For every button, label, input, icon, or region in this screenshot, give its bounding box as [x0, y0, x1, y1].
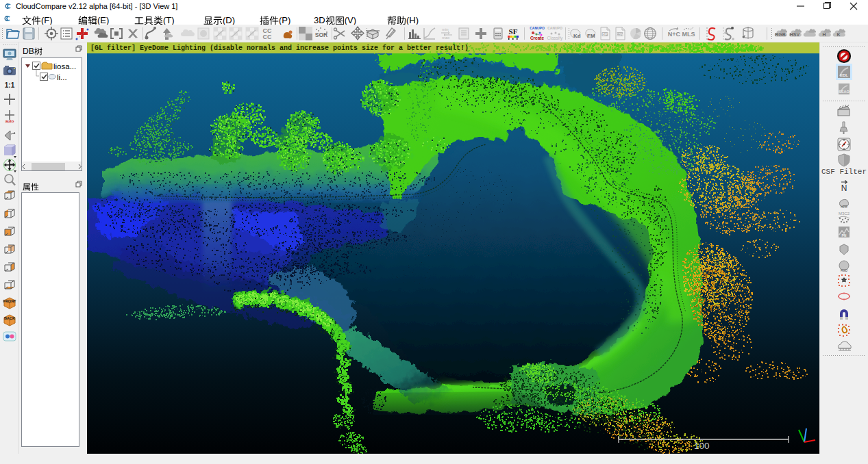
- svg-text:M3C2: M3C2: [839, 211, 850, 216]
- svg-text:N: N: [841, 183, 847, 193]
- svg-text:SSAO: SSAO: [839, 90, 850, 94]
- svg-text:HPR: HPR: [841, 205, 847, 209]
- svg-text:li...: li...: [57, 73, 67, 81]
- svg-text:1:1: 1:1: [5, 81, 15, 89]
- svg-text:liosa...: liosa...: [53, 62, 76, 70]
- svg-text:N+C: N+C: [668, 31, 681, 38]
- svg-text:auto: auto: [5, 119, 14, 123]
- svg-text:HSV: HSV: [790, 32, 800, 37]
- svg-text:H: H: [822, 32, 826, 37]
- svg-text:BACK: BACK: [4, 316, 15, 320]
- svg-text:100: 100: [694, 441, 710, 451]
- svg-text:MLS: MLS: [682, 31, 695, 38]
- svg-text:FRONT: FRONT: [3, 299, 17, 303]
- svg-text:CSV: CSV: [617, 32, 624, 36]
- svg-text:CC: CC: [263, 34, 272, 40]
- svg-text:SF: SF: [509, 27, 518, 36]
- svg-text:CANUPO: CANUPO: [547, 26, 562, 30]
- svg-text:min: min: [442, 27, 449, 31]
- svg-text:Kd: Kd: [573, 33, 581, 39]
- svg-text:Create: Create: [530, 36, 545, 40]
- svg-text:EDL: EDL: [840, 73, 848, 77]
- svg-text:K: K: [836, 32, 840, 37]
- svg-text:SOR: SOR: [315, 31, 327, 38]
- svg-text:CANUPO: CANUPO: [530, 26, 545, 30]
- svg-text:FM: FM: [587, 33, 595, 39]
- svg-text:BP: BP: [602, 32, 608, 36]
- svg-text:max: max: [442, 36, 449, 40]
- svg-text:Classify: Classify: [547, 36, 563, 41]
- svg-text:PN: PN: [842, 233, 847, 237]
- svg-text:RGB: RGB: [775, 32, 786, 37]
